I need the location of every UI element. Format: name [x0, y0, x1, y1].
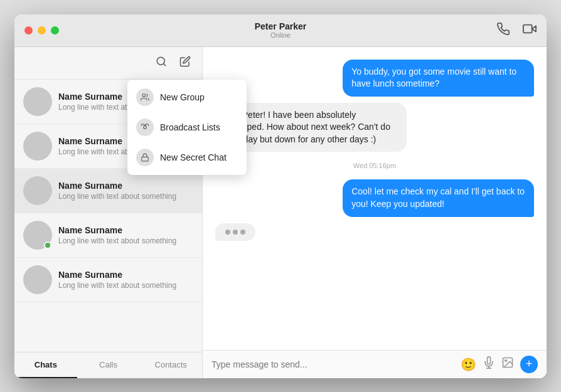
- contact-info: Peter Parker Online: [255, 21, 307, 39]
- chat-info-3: Name Surname Long line with text about s…: [58, 181, 193, 201]
- add-attachment-button[interactable]: +: [520, 356, 538, 373]
- new-group-item[interactable]: New Group: [127, 82, 247, 112]
- svg-point-4: [142, 93, 146, 97]
- svg-line-3: [163, 63, 165, 65]
- typing-dot-1: [225, 230, 230, 235]
- avatar-5: [23, 265, 52, 294]
- new-secret-chat-item[interactable]: New Secret Chat: [127, 142, 247, 172]
- sidebar-header: [14, 47, 202, 80]
- new-secret-chat-label: New Secret Chat: [160, 152, 227, 162]
- message-3: Cool! let me check my cal and I'll get b…: [343, 179, 534, 216]
- message-input[interactable]: [211, 359, 454, 369]
- message-timestamp: Wed 05:16pm: [215, 162, 534, 169]
- svg-point-10: [505, 360, 507, 362]
- sidebar: New Group Broadcast Lists: [14, 47, 203, 378]
- chat-panel: Yo buddy, you got some movie still want …: [203, 47, 547, 378]
- chat-item-4[interactable]: Name Surname Long line with text about s…: [14, 213, 202, 258]
- tab-chats[interactable]: Chats: [14, 352, 77, 378]
- avatar-3: [23, 176, 52, 205]
- contact-name: Peter Parker: [255, 21, 307, 31]
- tab-calls[interactable]: Calls: [77, 352, 140, 378]
- close-button[interactable]: [24, 26, 33, 34]
- titlebar: Peter Parker Online: [14, 14, 547, 47]
- broadcast-icon: [136, 119, 154, 136]
- video-call-icon[interactable]: [523, 22, 537, 39]
- chat-item-5[interactable]: Name Surname Long line with text about s…: [14, 258, 202, 302]
- messages-area: Yo buddy, you got some movie still want …: [203, 47, 547, 350]
- typing-dot-3: [240, 230, 245, 235]
- avatar-2: [23, 132, 52, 161]
- message-input-bar: 🙂 +: [203, 350, 547, 378]
- search-button[interactable]: [153, 53, 169, 73]
- chat-preview-3: Long line with text about something: [58, 192, 193, 201]
- chat-info-5: Name Surname Long line with text about s…: [58, 270, 193, 290]
- svg-point-5: [144, 125, 147, 129]
- svg-rect-1: [523, 24, 532, 33]
- chat-preview-4: Long line with text about something: [58, 236, 193, 245]
- image-icon[interactable]: [501, 356, 514, 372]
- svg-marker-0: [532, 26, 536, 31]
- titlebar-actions: [496, 22, 537, 39]
- sidebar-tabs: Chats Calls Contacts: [14, 352, 202, 378]
- call-icon[interactable]: [496, 22, 510, 39]
- emoji-icon[interactable]: 🙂: [461, 357, 476, 372]
- message-1: Yo buddy, you got some movie still want …: [343, 60, 534, 97]
- main-content: New Group Broadcast Lists: [14, 47, 547, 378]
- microphone-icon[interactable]: [483, 356, 495, 372]
- online-indicator-4: [44, 241, 51, 249]
- typing-dot-2: [233, 230, 238, 235]
- secret-chat-icon: [136, 149, 154, 166]
- typing-indicator: [215, 223, 255, 241]
- new-group-label: New Group: [160, 92, 205, 102]
- svg-rect-6: [142, 157, 149, 161]
- chat-name-4: Name Surname: [58, 225, 193, 235]
- minimize-button[interactable]: [38, 26, 46, 34]
- avatar-4: [23, 221, 52, 250]
- avatar-1: [23, 87, 52, 116]
- chat-info-4: Name Surname Long line with text about s…: [58, 225, 193, 245]
- contact-status: Online: [270, 31, 291, 39]
- maximize-button[interactable]: [51, 26, 59, 34]
- chat-name-5: Name Surname: [58, 270, 193, 280]
- compose-button[interactable]: [177, 53, 193, 73]
- tab-contacts[interactable]: Contacts: [139, 352, 202, 378]
- traffic-lights: [24, 26, 59, 34]
- chat-name-3: Name Surname: [58, 181, 193, 191]
- chat-preview-5: Long line with text about something: [58, 281, 193, 290]
- app-window: Peter Parker Online: [14, 14, 547, 378]
- dropdown-menu: New Group Broadcast Lists: [127, 80, 247, 175]
- broadcast-lists-label: Broadcast Lists: [160, 122, 220, 132]
- broadcast-lists-item[interactable]: Broadcast Lists: [127, 112, 247, 142]
- new-group-icon: [136, 88, 154, 106]
- chat-item-3[interactable]: Name Surname Long line with text about s…: [14, 169, 202, 213]
